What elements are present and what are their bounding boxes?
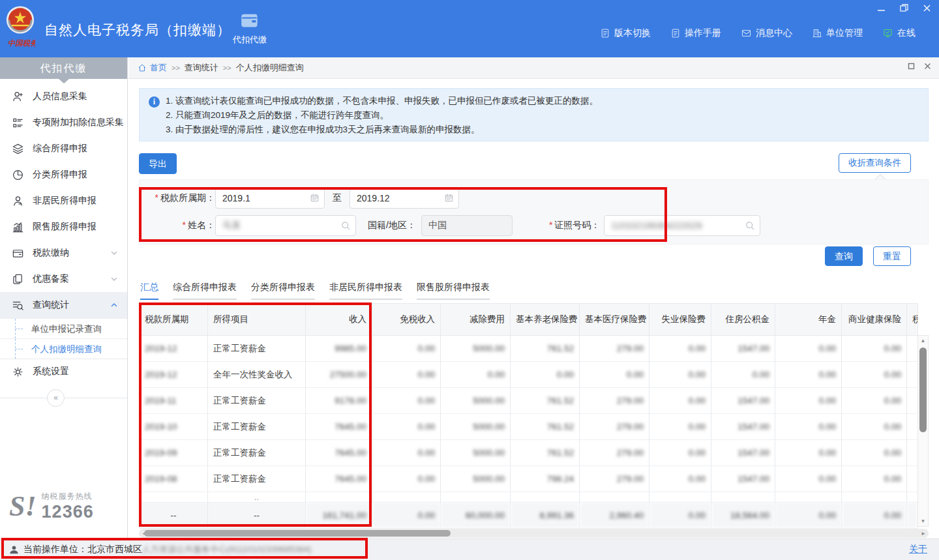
top-menu-label: 在线 [897,27,916,39]
breadcrumb-item-查询统计[interactable]: 查询统计 [185,63,218,72]
cell: 1547.00 [711,414,775,440]
tab-限售股所得申报表[interactable]: 限售股所得申报表 [417,282,490,300]
cell: 0.00 [372,440,441,466]
notice-line: 2. 只能查询2019年及之后的数据，不能进行跨年度查询。 [166,108,919,123]
summary-cell: 8,991.36 [511,503,580,529]
sidebar-submenu: 单位申报记录查询个人扣缴明细查询 [0,318,127,359]
sidebar-item-综合所得申报[interactable]: 综合所得申报 [0,136,127,162]
table-row[interactable]: 2019-08正常工资薪金7645.000.005000.00798.24279… [140,466,918,492]
sidebar-item-非居民所得申报[interactable]: 非居民所得申报 [0,188,127,214]
sidebar-subitem-单位申报记录查询[interactable]: 单位申报记录查询 [0,318,127,338]
period-label: 税款所属期： [140,192,215,204]
breadcrumb: 首页 >>查询统计>>个人扣缴明细查询 [128,57,939,79]
sidebar-collapse-button[interactable]: « [47,389,65,407]
tab-分类所得申报表[interactable]: 分类所得申报表 [251,282,315,300]
sidebar-item-查询统计[interactable]: 查询统计 [0,292,127,318]
top-menu-item-消息中心[interactable]: 消息中心 [741,27,792,39]
cell: 2019-11 [140,388,208,414]
sidebar-item-settings[interactable]: 系统设置 [0,359,127,385]
cell: 0.00 [441,362,511,388]
reset-button[interactable]: 重置 [873,246,911,266]
cell: 9178.00 [306,388,372,414]
top-menu-item-版本切换[interactable]: 版本切换 [600,27,651,39]
breadcrumb-home[interactable]: 首页 [138,62,167,74]
scroll-down-icon[interactable]: ▼ [918,516,928,526]
sidebar-item-专项附加扣除信息采集[interactable]: 专项附加扣除信息采集 [0,110,127,136]
building-icon [812,28,822,38]
top-menu-item-单位管理[interactable]: 单位管理 [812,27,863,39]
cell [372,492,441,503]
cell: 2019-12 [140,336,208,362]
sidebar-item-人员信息采集[interactable]: 人员信息采集 [0,83,127,110]
notice-line: 1. 该查询统计表仅能查询已申报成功的数据，不包含未申报、申报失败，已申报但已作… [166,94,919,108]
scroll-up-icon[interactable]: ▲ [918,336,928,346]
sidebar-item-优惠备案[interactable]: 优惠备案 [0,266,127,292]
header-tab-withholding[interactable]: 代扣代缴 [227,12,273,46]
cell: 0.00 [649,440,711,466]
table-row[interactable]: 2019-12全年一次性奖金收入27500.000.000.000.000.00… [140,362,918,388]
search-icon[interactable] [745,220,755,231]
export-button[interactable]: 导出 [139,153,177,174]
table-row[interactable]: 2019-09正常工资薪金7645.000.005000.00761.52279… [140,440,918,466]
hotline-number: 12366 [42,502,94,522]
cell: 2019-10 [140,414,208,440]
calendar-icon[interactable] [310,193,320,203]
cell: 0.00 [649,388,711,414]
cell [441,492,511,503]
tab-汇总[interactable]: 汇总 [140,282,158,300]
cell: 761.52 [511,388,580,414]
table-row[interactable]: 2019-12正常工资薪金9985.000.005000.00761.52279… [140,336,918,362]
table-body: 2019-12正常工资薪金9985.000.005000.00761.52279… [140,336,918,529]
cell: 1547.00 [711,466,775,492]
home-icon [138,63,147,72]
status-bar: 当前操作单位：北京市西城区人力资源公共服务中心(9111010233968538… [0,538,939,560]
tab-非居民所得申报表[interactable]: 非居民所得申报表 [329,282,402,300]
restore-icon[interactable] [900,4,908,12]
sidebar-item-label: 系统设置 [33,366,69,377]
cell: 0.00 [372,362,441,388]
cell: 0.00 [649,466,711,492]
sidebar-item-税款缴纳[interactable]: 税款缴纳 [0,240,127,266]
name-input[interactable]: 马某 [215,215,356,236]
scroll-right-icon[interactable]: ► [918,531,929,537]
vertical-scroll-thumb[interactable] [919,347,927,432]
tax-bureau-emblem: 中国税务 [5,4,35,50]
vertical-scrollbar[interactable]: ▲ ▼ [917,335,929,527]
horizontal-scroll-thumb[interactable] [144,530,451,537]
top-menu-item-操作手册[interactable]: 操作手册 [670,27,721,39]
column-header-免税收入: 免税收入 [372,304,441,336]
query-button[interactable]: 查询 [825,246,863,266]
sidebar-subitem-个人扣缴明细查询[interactable]: 个人扣缴明细查询 [0,338,127,359]
cell: 279.00 [580,336,649,362]
result-tabs: 汇总综合所得申报表分类所得申报表非居民所得申报表限售股所得申报表 [140,282,490,300]
period-to-input[interactable]: 2019.12 [350,188,459,209]
close-icon[interactable] [923,4,931,12]
panel-maximize-icon[interactable] [908,63,915,70]
table-row[interactable]: 2019-10正常工资薪金7645.000.005000.00761.52279… [140,414,918,440]
cell: 279.00 [580,414,649,440]
sidebar-item-分类所得申报[interactable]: 分类所得申报 [0,162,127,188]
column-header-税款所属期: 税款所属期 [140,304,208,336]
summary-cell: 0.00 [372,503,441,529]
summary-cell: 0.00 [842,503,907,529]
horizontal-scrollbar[interactable]: ◄ ► [139,529,929,538]
breadcrumb-item-个人扣缴明细查询[interactable]: 个人扣缴明细查询 [236,63,304,72]
search-icon[interactable] [340,220,351,231]
collapse-query-button[interactable]: 收折查询条件 [839,153,911,173]
cell [907,466,918,492]
top-menu-item-在线[interactable]: 在线 [882,27,916,39]
cell: 761.52 [511,440,580,466]
minimize-icon[interactable] [877,4,886,12]
calendar-icon[interactable] [444,193,454,203]
cell: 798.24 [511,466,580,492]
cell: 1547.00 [711,440,775,466]
id-number-input[interactable]: 110102199304222029 [604,215,760,236]
wallet-icon [241,12,259,29]
period-from-input[interactable]: 2019.1 [215,188,325,209]
about-link[interactable]: 关于 [909,544,927,555]
tab-综合所得申报表[interactable]: 综合所得申报表 [173,282,237,300]
table-row[interactable]: 2019-11正常工资薪金9178.000.005000.00761.52279… [140,388,918,414]
column-header-所得项目: 所得项目 [208,304,306,336]
sidebar-item-限售股所得申报[interactable]: 限售股所得申报 [0,214,127,240]
panel-close-icon[interactable] [924,63,931,70]
